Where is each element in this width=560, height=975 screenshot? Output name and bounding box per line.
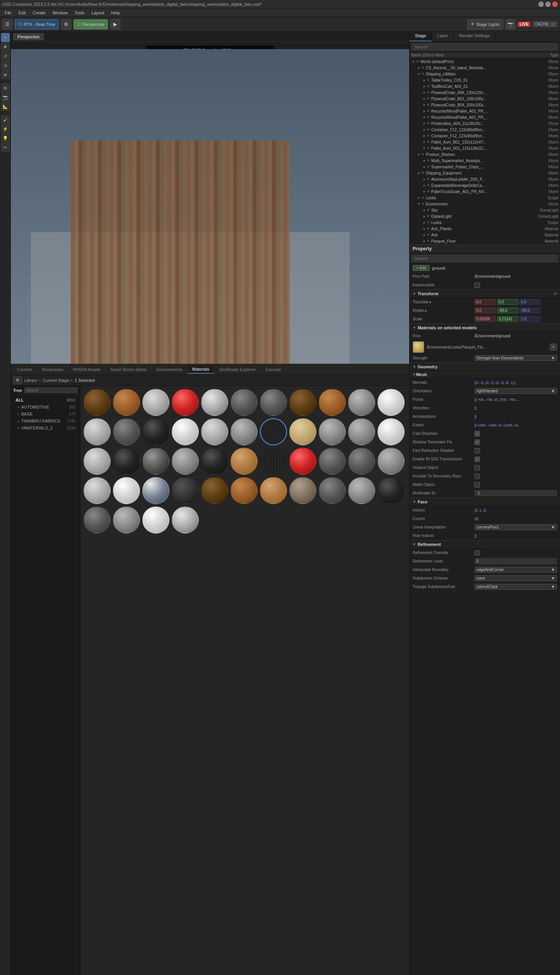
tree-row-13[interactable]: ▸👁Pallet_Asm_B01_133x112x47...Xform (410, 139, 560, 145)
material-ball-45[interactable] (113, 506, 140, 534)
measure-tool[interactable]: 📐 (1, 102, 10, 111)
tree-eye-24[interactable]: 👁 (427, 208, 431, 212)
fast-refraction-checkbox[interactable] (475, 448, 480, 453)
tab-layer[interactable]: Layer (432, 32, 454, 41)
material-ball-42[interactable] (348, 477, 375, 504)
menu-item-tools[interactable]: Tools (72, 10, 88, 16)
material-grid[interactable] (80, 386, 409, 975)
physics-tool[interactable]: ⚡ (1, 125, 10, 133)
tree-row-11[interactable]: ▸👁Container_F12_123x80x89cn...Xform (410, 127, 560, 133)
tree-eye-11[interactable]: 👁 (427, 128, 431, 132)
material-ball-17[interactable] (260, 418, 287, 445)
material-ball-43[interactable] (377, 477, 405, 504)
material-ball-36[interactable] (172, 477, 199, 504)
tab-asset-stores[interactable]: Asset Stores (beta) (106, 366, 152, 373)
cat-base[interactable]: ▸ BASE 172 (13, 411, 78, 417)
tree-row-12[interactable]: ▸👁Container_F12_123x80x89cn...Xform (410, 133, 560, 139)
material-ball-38[interactable] (230, 477, 258, 504)
tree-row-4[interactable]: ▸👁ToolBoxCart_A02_01Xform (410, 83, 560, 89)
property-search-input[interactable] (412, 255, 558, 262)
tree-eye-2[interactable]: 👁 (421, 72, 426, 76)
enable-sss-checkbox[interactable] (475, 457, 480, 462)
material-ball-13[interactable] (142, 418, 169, 445)
tab-nvidia-assets[interactable]: NVIDIA Assets (68, 366, 106, 373)
cat-all[interactable]: ALL 8812 (13, 397, 78, 404)
perspective-button[interactable]: ⬡ Perspective (73, 19, 108, 29)
material-ball-35[interactable] (142, 477, 169, 504)
mesh-section[interactable]: ▼ Mesh (410, 371, 560, 378)
rotate-x[interactable] (475, 308, 496, 313)
stage-lights-button[interactable]: ☀ Stage Lights (467, 19, 503, 29)
snap-tool[interactable]: ⊞ (1, 84, 10, 92)
material-ball-20[interactable] (348, 418, 375, 445)
cast-shadows-checkbox[interactable] (475, 431, 480, 436)
translate-x[interactable] (475, 299, 496, 305)
tab-simready[interactable]: SimReady Explorer (214, 366, 261, 373)
tree-eye-20[interactable]: 👁 (427, 183, 431, 187)
material-dropdown[interactable]: ▼ (550, 344, 557, 351)
tree-eye-27[interactable]: 👁 (427, 227, 431, 231)
material-ball-0[interactable] (84, 389, 111, 416)
cache-badge[interactable]: CACHE: □□ (533, 21, 558, 27)
tree-row-8[interactable]: ▸👁RecycledWoodPallet_A02_PR_...Xform (410, 108, 560, 114)
refinement-section[interactable]: ▼ Refinement (410, 540, 560, 549)
tree-search-input[interactable] (24, 387, 78, 393)
tab-render-settings[interactable]: Render Settings (454, 32, 495, 41)
tree-row-3[interactable]: ▸👁TableTrolley_C05_01Xform (410, 77, 560, 83)
material-ball-11[interactable] (84, 418, 111, 445)
rotate-y[interactable] (497, 308, 518, 313)
tree-row-2[interactable]: ▾👁Shipping_UtilitiesXform (410, 71, 560, 77)
refinement-level-input[interactable] (475, 558, 557, 564)
tree-eye-0[interactable]: 👁 (416, 60, 420, 63)
material-ball-14[interactable] (172, 418, 199, 445)
tree-row-18[interactable]: ▸👁Shipping_EquipmentXform (410, 170, 560, 176)
tree-eye-26[interactable]: 👁 (427, 221, 431, 224)
material-ball-3[interactable] (172, 389, 199, 416)
cat-vmaterials[interactable]: ▸ VMATERIALS_2 2599 (13, 424, 78, 431)
tree-eye-6[interactable]: 👁 (427, 97, 431, 101)
instanceable-checkbox[interactable] (475, 282, 480, 288)
material-ball-31[interactable] (348, 448, 375, 475)
triangle-subdiv-select[interactable]: catmullClark ▼ (475, 584, 557, 590)
translate-y[interactable] (497, 299, 518, 305)
orientation-select[interactable]: rightHanded ▼ (475, 388, 557, 394)
rotate-z[interactable] (519, 308, 541, 313)
material-ball-24[interactable] (142, 448, 169, 475)
tree-eye-9[interactable]: 👁 (427, 115, 431, 119)
rtx-realtime-button[interactable]: ⬡ RTX - Real-Time (15, 19, 59, 29)
tab-environments[interactable]: Environments (152, 366, 187, 373)
menu-item-help[interactable]: Help (108, 10, 123, 16)
paint-tool[interactable]: 🖌 (1, 115, 10, 124)
tree-row-20[interactable]: ▸👁ExpandableBeverageDollyCa...Xform (410, 182, 560, 188)
tree-eye-18[interactable]: 👁 (421, 171, 426, 175)
settings-icon-btn[interactable]: ⚙ (13, 376, 22, 384)
rotate-tool[interactable]: ↺ (1, 52, 10, 60)
tree-row-6[interactable]: ▸👁PlywoodCrate_B01_100x100x...Xform (410, 96, 560, 102)
material-ball-40[interactable] (289, 477, 316, 504)
viewport-tab-perspective[interactable]: Perspective (13, 33, 44, 40)
material-ball-37[interactable] (201, 477, 228, 504)
material-ball-19[interactable] (319, 418, 346, 445)
next-button[interactable]: ▶ (110, 19, 120, 29)
annotation-tool[interactable]: ✏ (1, 143, 10, 152)
material-ball-47[interactable] (172, 506, 199, 534)
tree-row-15[interactable]: ▸👁Product_ShelvesXform (410, 151, 560, 157)
material-ball-2[interactable] (142, 389, 169, 416)
tree-eye-13[interactable]: 👁 (427, 140, 431, 144)
tree-row-28[interactable]: ▸👁AshMaterial (410, 232, 560, 238)
material-ball-34[interactable] (113, 477, 140, 504)
materials-section[interactable]: ▼ Materials on selected models (410, 323, 560, 332)
multimatte-input[interactable] (475, 490, 557, 496)
tree-row-16[interactable]: ▸👁Multi_Supermarket_Assetpa...Xform (410, 157, 560, 164)
material-ball-6[interactable] (260, 389, 287, 416)
material-ball-5[interactable] (230, 389, 258, 416)
tree-eye-21[interactable]: 👁 (427, 190, 431, 193)
tree-eye-14[interactable]: 👁 (427, 146, 431, 150)
menu-item-layout[interactable]: Layout (89, 10, 108, 16)
lighting-tool[interactable]: 💡 (1, 134, 10, 142)
stage-search-input[interactable] (412, 43, 558, 50)
tree-eye-4[interactable]: 👁 (427, 84, 431, 88)
tree-row-27[interactable]: ▸👁Ash_PlanksMaterial (410, 226, 560, 232)
linear-interp-select[interactable]: cornersPlus1 ▼ (475, 524, 557, 530)
transform-section[interactable]: ▼ Transform ⟳ (410, 289, 560, 298)
